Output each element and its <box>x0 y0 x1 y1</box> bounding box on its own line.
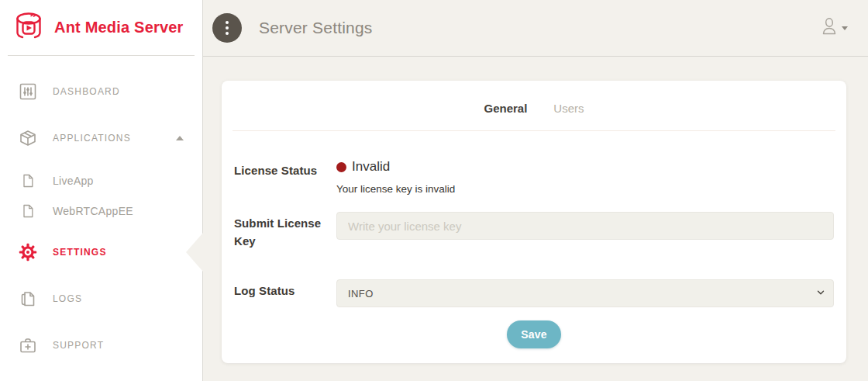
sidebar-item-label: LOGS <box>53 293 82 304</box>
log-status-select-wrap: INFO <box>336 279 834 307</box>
settings-tabs: General Users <box>222 81 846 130</box>
sidebar-item-settings[interactable]: SETTINGS <box>0 235 202 269</box>
logo[interactable]: Ant Media Server <box>8 0 195 56</box>
first-aid-icon <box>19 336 37 355</box>
log-status-row: Log Status INFO <box>234 279 834 307</box>
log-status-select[interactable]: INFO <box>336 279 834 307</box>
sidebar-item-label: WebRTCAppEE <box>53 205 133 217</box>
log-status-label: Log Status <box>234 279 336 307</box>
tab-users[interactable]: Users <box>553 102 584 115</box>
sidebar-item-label: SETTINGS <box>53 247 107 258</box>
content-area: General Users License Status Invalid You… <box>203 57 868 381</box>
save-row: Save <box>234 320 834 348</box>
license-status-description: Your license key is invalid <box>336 183 834 195</box>
server-settings-card: General Users License Status Invalid You… <box>222 81 846 363</box>
submit-license-row: Submit License Key <box>234 212 834 250</box>
tab-general[interactable]: General <box>484 102 527 115</box>
license-status-line: Invalid <box>336 159 834 175</box>
sidebar-item-applications[interactable]: APPLICATIONS <box>0 121 202 155</box>
kebab-menu-icon[interactable] <box>212 13 242 43</box>
sidebar-item-label: DASHBOARD <box>53 86 120 97</box>
sidebar: Ant Media Server DASHBOARD <box>0 0 203 381</box>
sidebar-item-logs[interactable]: LOGS <box>0 282 202 316</box>
license-status-value: Invalid <box>352 159 390 175</box>
main-area: Server Settings General Users <box>203 0 868 381</box>
gear-icon <box>19 243 37 262</box>
file-icon <box>19 171 37 190</box>
sidebar-item-dashboard[interactable]: DASHBOARD <box>0 74 202 109</box>
sidebar-item-webrtcappee[interactable]: WebRTCAppEE <box>0 198 202 224</box>
log-document-icon <box>19 289 37 308</box>
app-window: Ant Media Server DASHBOARD <box>0 0 868 381</box>
dashboard-sliders-icon <box>19 82 37 101</box>
sidebar-nav: DASHBOARD APPLICATIONS <box>0 56 202 362</box>
ant-media-logo-icon <box>12 12 45 44</box>
submit-license-label: Submit License Key <box>234 212 336 250</box>
sidebar-item-liveapp[interactable]: LiveApp <box>0 168 202 194</box>
collapse-caret-icon[interactable] <box>176 136 184 140</box>
license-status-value-block: Invalid Your license key is invalid <box>336 159 834 195</box>
user-profile-icon <box>820 16 839 40</box>
license-status-row: License Status Invalid Your license key … <box>234 159 834 195</box>
save-button[interactable]: Save <box>507 320 561 348</box>
active-item-notch <box>186 233 203 272</box>
status-dot-icon <box>336 162 346 172</box>
package-box-icon <box>19 129 37 147</box>
license-status-label: License Status <box>234 159 336 195</box>
settings-form: License Status Invalid Your license key … <box>222 159 846 348</box>
tab-divider <box>232 130 835 131</box>
license-key-input[interactable] <box>336 212 834 240</box>
user-profile-menu[interactable] <box>820 16 848 40</box>
sidebar-item-support[interactable]: SUPPORT <box>0 328 202 362</box>
top-bar: Server Settings <box>203 0 868 57</box>
sidebar-item-label: SUPPORT <box>53 340 104 351</box>
chevron-down-icon <box>842 26 848 30</box>
file-icon <box>19 202 37 220</box>
sidebar-item-label: LiveApp <box>53 175 94 187</box>
license-key-field-wrap <box>336 212 834 250</box>
page-title: Server Settings <box>259 19 373 37</box>
logo-text: Ant Media Server <box>54 19 184 36</box>
sidebar-item-label: APPLICATIONS <box>53 133 131 144</box>
